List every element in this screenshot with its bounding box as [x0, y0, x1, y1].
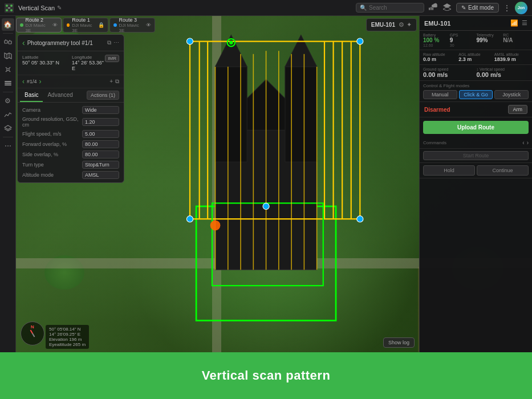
- speed-row: Flight speed, m/s: [22, 130, 119, 138]
- sidebar-item-settings[interactable]: ⚙: [2, 95, 14, 107]
- emu-icons: ⚙ ✦: [399, 21, 412, 28]
- svg-point-54: [357, 216, 363, 222]
- agl-alt-stat: AGL altitude 2.3 m: [458, 52, 493, 62]
- more-menu-icon[interactable]: ⋮: [503, 4, 510, 12]
- panel-copy-icon[interactable]: ⧉: [107, 39, 111, 46]
- route-tab-icon-2: 👁: [146, 22, 151, 28]
- route-tab-dot-1: [67, 23, 70, 27]
- tab-basic[interactable]: Basic: [20, 89, 43, 102]
- point-navigation: ‹ #1/4 › + ⧉: [18, 75, 124, 88]
- side-overlap-input[interactable]: [82, 150, 119, 158]
- route-tab-lock-1: 🔒: [98, 22, 104, 28]
- top-icons: ✎ Edit mode ⋮ Jon: [429, 2, 527, 14]
- arm-button[interactable]: Arm: [508, 105, 528, 114]
- route-tab-icon-0: 👁: [52, 22, 58, 28]
- actions-button[interactable]: Actions (1): [87, 91, 119, 100]
- nav-add-icon[interactable]: +: [109, 78, 113, 85]
- rp-speed-stats: Ground speed 0.00 m/s ↕ Vertical speed 0…: [420, 65, 532, 81]
- road-vertical: [212, 16, 221, 352]
- left-panel: ‹ Photogrammetry tool #1/1 ⧉ ⋯ Latitude …: [17, 34, 124, 183]
- nav-copy-icon[interactable]: ⧉: [115, 78, 119, 85]
- sidebar-item-more[interactable]: ⋯: [2, 140, 14, 152]
- panel-back-button[interactable]: ‹: [22, 38, 25, 47]
- rp-commands-row: Commands ‹ ›: [420, 137, 532, 149]
- sidebar-item-tools[interactable]: [2, 77, 14, 89]
- rp-stats-row: Battery 100 % 12.60 GPS 9 30 Telemetry 9…: [420, 31, 532, 50]
- start-route-button[interactable]: Start Route: [423, 151, 529, 160]
- nav-next-button[interactable]: ›: [39, 78, 42, 85]
- svg-marker-30: [285, 35, 317, 67]
- battery-stat: Battery 100 % 12.60: [423, 33, 449, 47]
- panel-tabs-row: Basic Advanced Actions (1): [18, 88, 124, 103]
- sidebar-item-layers[interactable]: [2, 122, 14, 135]
- camera-select[interactable]: Wide: [82, 106, 119, 114]
- right-panel: EMU-101 📶 ☰ Battery 100 % 12.60 GPS 9 30…: [419, 16, 532, 352]
- side-overlap-row: Side overlap, %: [22, 150, 119, 158]
- alt-mode-select[interactable]: AMSL: [82, 171, 119, 179]
- sidebar-item-drone[interactable]: [2, 63, 14, 76]
- route-tab-2[interactable]: Route 3 DJI Mavic 3E 👁: [109, 18, 155, 32]
- rp-signal-icon[interactable]: 📶: [510, 19, 518, 27]
- panel-header: ‹ Photogrammetry tool #1/1 ⧉ ⋯: [18, 35, 124, 51]
- sidebar-separator: [3, 33, 13, 34]
- panel-form: Camera Wide Ground resolution, GSD, cm F…: [18, 103, 124, 182]
- route-tab-0[interactable]: Route 2 DJI Mavic 3E 👁: [16, 18, 62, 32]
- raw-alt-stat: Raw altitude 0.0 m: [423, 52, 457, 62]
- route-tab-1[interactable]: Route 1 DJI Mavic 3E 🔒: [63, 18, 108, 32]
- vert-speed-arrow-icon: ↕: [477, 67, 479, 71]
- tab-advanced[interactable]: Advanced: [43, 89, 77, 102]
- rc-stat: RC N/A: [503, 33, 529, 47]
- emu-props-icon[interactable]: ✦: [407, 21, 412, 28]
- rp-menu-icon[interactable]: ☰: [522, 19, 527, 27]
- search-box[interactable]: 🔍 Search: [356, 3, 424, 13]
- compass-ring: N: [21, 321, 44, 345]
- nav-prev-button[interactable]: ‹: [22, 78, 25, 85]
- layers-icon[interactable]: [442, 3, 452, 13]
- ground-speed-stat: Ground speed 0.00 m/s: [423, 67, 476, 78]
- show-log-button[interactable]: Show log: [383, 337, 415, 348]
- route-tab-info-2: Route 3 DJI Mavic 3E: [119, 17, 144, 33]
- gsd-input[interactable]: [82, 118, 119, 126]
- sidebar-item-routes[interactable]: [2, 36, 14, 48]
- continue-button[interactable]: Continue: [477, 165, 529, 176]
- hold-button[interactable]: Hold: [423, 165, 475, 176]
- svg-point-2: [10, 5, 13, 7]
- emu-settings-icon[interactable]: ⚙: [399, 21, 404, 28]
- user-avatar[interactable]: Jon: [515, 2, 527, 14]
- upload-route-button[interactable]: Upload Route: [423, 121, 529, 134]
- telemetry-stat: Telemetry 99%: [477, 33, 502, 47]
- svg-point-58: [229, 40, 233, 44]
- imr-button[interactable]: IMR: [105, 55, 119, 62]
- rp-header: EMU-101 📶 ☰: [420, 16, 532, 31]
- sidebar-item-graph[interactable]: [2, 108, 14, 121]
- nav-count-label: #1/4: [27, 79, 37, 84]
- svg-point-57: [228, 39, 235, 46]
- svg-point-15: [7, 68, 9, 71]
- click-go-mode-button[interactable]: Click & Go: [459, 90, 493, 99]
- bottom-title: Vertical scan pattern: [202, 368, 331, 383]
- edit-mode-button[interactable]: ✎ Edit mode: [456, 3, 499, 13]
- commands-next-icon[interactable]: ›: [527, 140, 529, 146]
- joystick-mode-button[interactable]: Joystick: [494, 90, 529, 99]
- svg-rect-5: [8, 7, 10, 9]
- panel-more-icon[interactable]: ⋯: [113, 39, 119, 46]
- alt-mode-row: Altitude mode AMSL: [22, 171, 119, 179]
- sidebar-item-home[interactable]: 🏠: [2, 18, 14, 31]
- sidebar-separator-3: [3, 137, 13, 137]
- svg-point-3: [6, 9, 8, 11]
- title-edit-icon[interactable]: ✎: [57, 5, 62, 11]
- fwd-overlap-row: Forward overlap, %: [22, 140, 119, 148]
- sidebar-item-map[interactable]: [2, 50, 14, 62]
- topbar: Vertical Scan ✎ 🔍 Search ✎ Edit mode ⋮ J…: [0, 0, 532, 16]
- svg-point-53: [186, 216, 193, 222]
- cloud-icon[interactable]: [429, 3, 438, 13]
- camera-row: Camera Wide: [22, 106, 119, 114]
- turn-type-select[interactable]: Stop&Turn: [82, 161, 119, 169]
- svg-rect-9: [9, 41, 11, 44]
- fwd-overlap-input[interactable]: [82, 140, 119, 148]
- speed-input[interactable]: [82, 130, 119, 138]
- svg-point-51: [186, 38, 193, 44]
- nav-action-icons: + ⧉: [109, 78, 119, 85]
- commands-prev-icon[interactable]: ‹: [522, 140, 524, 146]
- manual-mode-button[interactable]: Manual: [423, 90, 457, 99]
